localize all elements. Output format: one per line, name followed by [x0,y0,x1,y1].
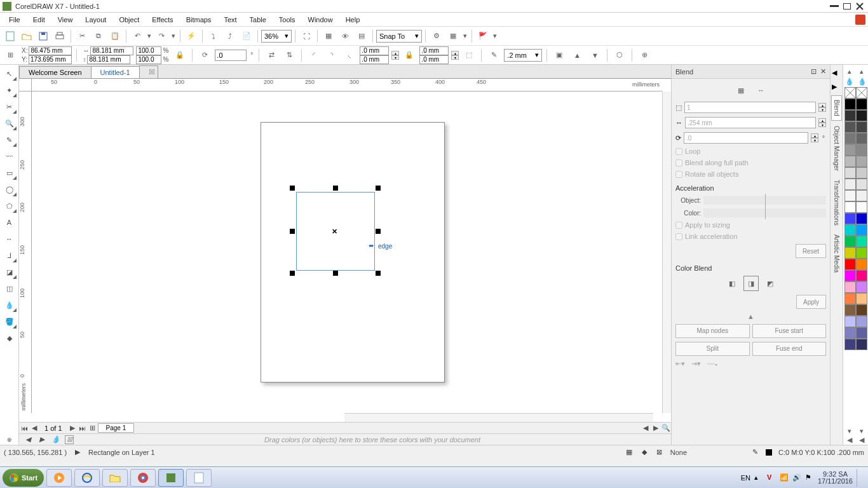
print-button[interactable] [52,29,67,44]
show-guidelines-button[interactable]: ▤ [354,29,369,44]
task-coreldraw[interactable] [158,469,184,487]
docker-expand-icon[interactable]: ⊡ [811,67,817,76]
tray-network-icon[interactable]: 📶 [780,473,789,482]
swatch-gray50[interactable] [844,156,856,167]
rotation-input[interactable] [215,50,247,61]
save-button[interactable] [36,29,51,44]
menu-object[interactable]: Object [112,15,146,25]
ruler-vertical[interactable]: 300 250 200 150 100 50 0 millimeters [19,92,32,413]
fuse-end-button[interactable]: Fuse end [752,342,827,356]
options-button[interactable]: ⚙ [429,29,444,44]
to-front-button[interactable]: ▲ [569,48,585,63]
undo-button[interactable]: ↶ [130,29,145,44]
swatch-darkbrown[interactable] [856,304,867,316]
width-input[interactable] [90,46,133,55]
swatch-steelblue[interactable] [856,327,867,339]
swatch-gray90[interactable] [844,110,856,121]
corner-lock-button[interactable]: 🔒 [402,48,417,63]
undo-dropdown[interactable]: ▾ [146,29,153,44]
menu-window[interactable]: Window [302,15,339,25]
swatch-lightpink[interactable] [844,281,856,293]
launch-button[interactable]: 🚩 [475,29,491,44]
tab-untitled[interactable]: Untitled-1 [91,66,140,78]
swatch-gray35[interactable] [856,179,867,190]
drop-shadow-tool[interactable]: ◪ [2,264,17,280]
swatch-teal[interactable] [856,236,867,247]
transparency-tool[interactable]: ◫ [2,281,17,296]
handle-n[interactable] [333,186,338,191]
app-launcher-button[interactable]: ▦ [445,29,461,44]
zoom-navigator-button[interactable]: 🔍 [661,423,671,433]
outline-pen-status-icon[interactable]: ✎ [750,448,759,457]
reset-button[interactable]: Reset [796,244,826,258]
swatch-lightblue[interactable] [844,316,856,327]
swatch-gray70[interactable] [844,133,856,144]
publish-pdf-button[interactable]: 📄 [239,29,254,44]
menu-table[interactable]: Table [243,15,273,25]
handle-sw[interactable] [290,271,295,276]
swatch-lime[interactable] [856,247,867,259]
swatch-gray40[interactable] [844,167,856,179]
last-page-button[interactable]: ⏭ [78,423,88,433]
zoom-combo[interactable]: 36%▾ [261,30,292,43]
handle-ne[interactable] [376,186,381,191]
swatch-gray45[interactable] [856,167,867,179]
task-media-player[interactable] [46,469,72,487]
swatch-gray25[interactable] [856,190,867,201]
prev-page-button[interactable]: ◀ [29,423,39,433]
steps-input[interactable] [684,102,816,113]
swatch-green[interactable] [844,236,856,247]
ruler-horizontal[interactable]: 50 0 50 100 150 200 250 300 350 400 450 … [32,79,662,92]
task-chrome[interactable] [130,469,156,487]
clock[interactable]: 9:32 SA 17/11/2016 [818,471,853,485]
corner4-input[interactable] [419,55,449,64]
palette-menu[interactable]: ▶ [37,435,47,445]
swatch-black-2[interactable] [856,98,867,110]
tab-welcome[interactable]: Welcome Screen [19,66,92,78]
map-nodes-button[interactable]: Map nodes [675,324,750,338]
apply-sizing-checkbox[interactable]: Apply to sizing [675,221,826,229]
menu-bitmaps[interactable]: Bitmaps [180,15,218,25]
document-palette[interactable]: ◀ ▶ 💧 ⊠ Drag colors (or objects) here to… [19,433,671,445]
link-accel-checkbox[interactable]: Link acceleration [675,233,826,240]
outline-color-swatch[interactable] [766,449,772,456]
object-accel-slider[interactable] [703,196,826,205]
tray-expand-icon[interactable]: ▴ [754,473,763,482]
swatch-gray85[interactable] [856,121,867,133]
minimize-button[interactable] [829,2,840,11]
handle-e[interactable] [376,229,381,234]
interactive-fill-tool[interactable]: 🪣 [2,314,17,329]
swatch-red[interactable] [844,259,856,270]
shape-tool[interactable]: ✦ [2,83,17,98]
swatch-midnight[interactable] [856,339,867,350]
canvas[interactable]: ✕ ⬌ edge [32,92,662,413]
dockertab-transformations[interactable]: Transformations [832,176,841,229]
tab-close[interactable]: ☒ [139,65,158,78]
tray-volume-icon[interactable]: 🔊 [792,473,801,482]
angle-input[interactable] [684,132,808,144]
ruler-origin[interactable] [19,79,32,92]
menu-view[interactable]: View [51,15,79,25]
eyedropper-icon[interactable]: 💧 [51,435,61,445]
first-page-button[interactable]: ⏮ [19,423,29,433]
handle-s[interactable] [333,271,338,276]
artistic-media-tool[interactable]: 〰 [2,149,17,164]
open-button[interactable] [19,29,34,44]
swatch-peach[interactable] [856,293,867,304]
show-grid-button[interactable]: 👁 [337,29,353,44]
convert-curves-button[interactable]: ⬡ [612,48,627,63]
mirror-h-button[interactable]: ⇄ [264,48,279,63]
start-button[interactable]: Start [3,469,44,487]
quick-customize-toolbox[interactable]: ⊕ [2,435,17,445]
swatch-brown[interactable] [844,304,856,316]
menu-layout[interactable]: Layout [79,15,112,25]
launcher-dropdown[interactable]: ▾ [462,29,468,44]
no-fill-swatch-2[interactable] [856,87,867,98]
blend-spacing-icon[interactable]: ↔ [754,83,769,98]
export-button[interactable]: ⤴ [222,29,238,44]
user-account-icon[interactable] [855,15,865,25]
wrap-text-button[interactable]: ▣ [552,48,567,63]
scroll-right-button[interactable]: ▶ [651,423,661,433]
swatch-gray55[interactable] [856,156,867,167]
swatch-navy[interactable] [844,339,856,350]
